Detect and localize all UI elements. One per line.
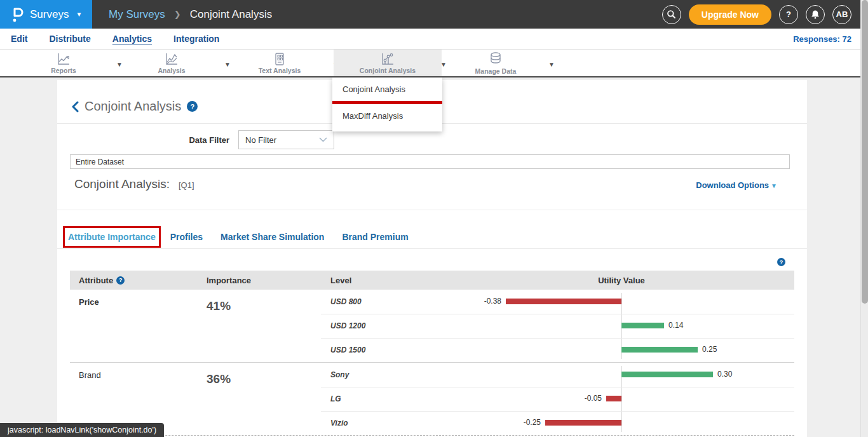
toolbar-text-analysis[interactable]: Text Analysis ▼ xyxy=(226,50,334,76)
table-help-icon[interactable]: ? xyxy=(777,258,785,266)
utility-bar-negative xyxy=(506,299,621,304)
toolbar-analysis[interactable]: Analysis ▼ xyxy=(118,50,226,76)
search-icon xyxy=(667,10,676,19)
toolbar-label: Reports xyxy=(51,67,76,74)
data-filter-label: Data Filter xyxy=(172,135,229,145)
attribute-help-icon[interactable]: ? xyxy=(116,276,125,285)
utility-value-label: 0.30 xyxy=(717,370,732,379)
toolbar-conjoint-analysis[interactable]: Conjoint Analysis ▼ xyxy=(334,50,442,76)
toolbar-label: Conjoint Analysis xyxy=(360,67,416,74)
download-options-label: Download Options xyxy=(696,180,769,190)
line-chart-icon xyxy=(56,52,71,66)
divider xyxy=(57,248,807,249)
level-row: LG-0.05 xyxy=(70,387,794,411)
header-utility-value: Utility Value xyxy=(598,271,645,290)
utility-value-label: 0.14 xyxy=(668,321,683,330)
document-icon xyxy=(273,52,287,66)
utility-bar-positive xyxy=(621,347,698,353)
dataset-field[interactable] xyxy=(70,154,790,169)
survey-nav: Edit Distribute Analytics Integration Re… xyxy=(0,29,868,50)
toolbar-reports[interactable]: Reports ▼ xyxy=(10,50,118,76)
status-link-tooltip: javascript: loadNavLink('showConjoint.do… xyxy=(0,423,164,437)
nav-item-analytics[interactable]: Analytics xyxy=(112,34,152,44)
brand-caret-icon: ▼ xyxy=(76,11,82,18)
utility-bar-negative xyxy=(606,396,621,401)
table-header-row: Attribute ? Importance Level Utility Val… xyxy=(70,271,794,290)
tab-attribute-importance[interactable]: Attribute Importance xyxy=(68,232,156,242)
attribute-group: Price41%USD 800-0.38USD 12000.14USD 1500… xyxy=(70,290,794,362)
data-filter-select[interactable]: No Filter xyxy=(238,130,334,149)
tab-brand-premium[interactable]: Brand Premium xyxy=(342,232,408,242)
breadcrumb-current: Conjoint Analysis xyxy=(190,8,272,21)
level-row: USD 12000.14 xyxy=(70,314,794,338)
nav-item-integration[interactable]: Integration xyxy=(173,34,219,44)
toolbar-manage-data[interactable]: Manage Data ▼ xyxy=(442,50,550,76)
utility-bar-negative xyxy=(545,420,621,426)
question-mark-icon: ? xyxy=(786,10,791,19)
conjoint-dropdown-menu: Conjoint Analysis MaxDiff Analysis xyxy=(332,77,442,131)
breadcrumb: My Surveys ❯ Conjoint Analysis xyxy=(109,8,272,21)
brand-menu[interactable]: Surveys ▼ xyxy=(0,0,92,29)
bell-icon xyxy=(811,10,820,19)
section-title: Conjoint Analysis: xyxy=(74,177,170,191)
content-card: Conjoint Analysis ? Data Filter No Filte… xyxy=(57,80,807,437)
divider xyxy=(57,210,807,210)
download-options-link[interactable]: Download Options▼ xyxy=(696,180,777,190)
level-row: USD 15000.25 xyxy=(70,338,794,362)
status-link-text: javascript: loadNavLink('showConjoint.do… xyxy=(8,426,156,434)
scrollbar-thumb[interactable] xyxy=(862,0,868,304)
level-name: Vizio xyxy=(330,419,348,427)
scatter-chart-icon xyxy=(380,52,395,66)
attribute-groups: Price41%USD 800-0.38USD 12000.14USD 1500… xyxy=(70,290,794,436)
chevron-down-icon xyxy=(319,137,327,142)
toolbar-label: Analysis xyxy=(158,67,185,74)
multi-line-chart-icon xyxy=(164,52,179,66)
utility-value-label: -0.05 xyxy=(564,394,602,403)
attribute-group: Brand36%Sony0.30LG-0.05Vizio-0.25 xyxy=(70,362,794,436)
level-name: USD 800 xyxy=(330,297,362,306)
utility-bar-positive xyxy=(621,372,713,377)
result-tabs: Attribute Importance Profiles Market Sha… xyxy=(63,226,426,248)
page-title: Conjoint Analysis xyxy=(85,99,181,114)
question-reference: [Q1] xyxy=(179,180,194,190)
nav-item-distribute[interactable]: Distribute xyxy=(49,34,90,44)
avatar[interactable]: AB xyxy=(832,5,851,24)
level-row: USD 800-0.38 xyxy=(70,290,794,314)
back-chevron-icon[interactable] xyxy=(71,101,79,112)
utility-bar-positive xyxy=(621,323,664,328)
toolbar-label: Text Analysis xyxy=(259,67,301,74)
level-row: Vizio-0.25 xyxy=(70,411,794,435)
level-row: Sony0.30 xyxy=(70,363,794,387)
vertical-scrollbar[interactable] xyxy=(860,0,868,437)
utility-value-label: 0.25 xyxy=(702,345,717,354)
title-help-icon[interactable]: ? xyxy=(187,101,198,112)
level-name: LG xyxy=(330,394,341,403)
level-name: USD 1200 xyxy=(330,321,365,330)
brand-label: Surveys xyxy=(30,8,69,21)
database-icon xyxy=(488,51,503,67)
utility-table: Attribute ? Importance Level Utility Val… xyxy=(70,271,794,436)
header-level: Level xyxy=(330,271,351,290)
chevron-down-icon: ▼ xyxy=(771,182,777,189)
help-button[interactable]: ? xyxy=(779,5,798,24)
nav-item-edit[interactable]: Edit xyxy=(11,34,27,44)
menu-item-conjoint-analysis[interactable]: Conjoint Analysis xyxy=(332,77,442,101)
breadcrumb-my-surveys[interactable]: My Surveys xyxy=(109,8,165,21)
avatar-initials: AB xyxy=(836,10,848,19)
chevron-down-icon[interactable]: ▼ xyxy=(548,61,555,68)
utility-value-label: -0.38 xyxy=(463,297,501,306)
header-importance: Importance xyxy=(207,271,251,290)
menu-item-maxdiff-analysis[interactable]: MaxDiff Analysis xyxy=(332,104,442,128)
header-attribute: Attribute xyxy=(79,276,113,285)
brand-logo-icon xyxy=(10,6,24,23)
toolbar-label: Manage Data xyxy=(475,67,517,75)
tab-profiles[interactable]: Profiles xyxy=(170,232,203,242)
level-name: Sony xyxy=(330,370,349,379)
tab-market-share-simulation[interactable]: Market Share Simulation xyxy=(220,232,324,242)
responses-count: Responses: 72 xyxy=(793,34,851,44)
data-filter-value: No Filter xyxy=(245,135,276,145)
upgrade-now-button[interactable]: Upgrade Now xyxy=(689,4,771,25)
analytics-toolbar: Reports ▼ Analysis ▼ Text Analysis ▼ Con… xyxy=(0,50,868,77)
search-button[interactable] xyxy=(662,5,681,24)
notifications-button[interactable] xyxy=(806,5,825,24)
